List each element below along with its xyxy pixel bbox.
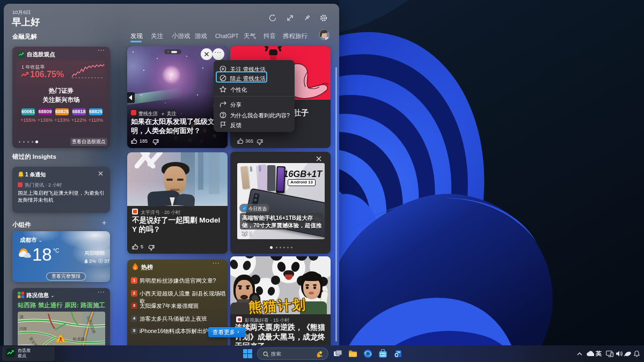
svg-text:河路: 河路 — [19, 327, 27, 331]
svg-text:站北路: 站北路 — [72, 337, 85, 342]
svg-text:路: 路 — [20, 315, 24, 319]
